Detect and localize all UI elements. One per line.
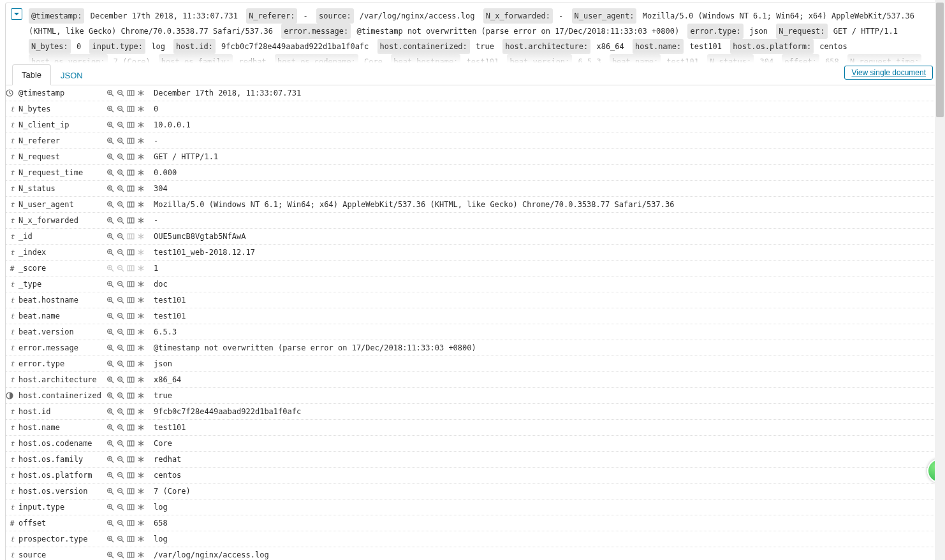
asterisk-icon[interactable] — [137, 233, 145, 240]
zoom-in-icon[interactable] — [106, 248, 114, 256]
zoom-out-icon[interactable] — [117, 376, 124, 384]
toggle-column-icon[interactable] — [127, 328, 135, 336]
asterisk-icon[interactable] — [137, 456, 145, 463]
asterisk-icon[interactable] — [137, 519, 145, 527]
zoom-out-icon[interactable] — [117, 408, 124, 415]
zoom-in-icon[interactable] — [106, 519, 114, 527]
asterisk-icon[interactable] — [137, 392, 145, 399]
toggle-column-icon[interactable] — [127, 471, 135, 479]
collapse-toggle[interactable] — [11, 8, 22, 20]
zoom-in-icon[interactable] — [106, 328, 114, 336]
zoom-in-icon[interactable] — [106, 440, 114, 447]
zoom-out-icon[interactable] — [117, 201, 124, 208]
toggle-column-icon[interactable] — [127, 201, 135, 208]
zoom-out-icon[interactable] — [117, 264, 124, 272]
zoom-in-icon[interactable] — [106, 233, 114, 240]
zoom-in-icon[interactable] — [106, 89, 114, 97]
zoom-in-icon[interactable] — [106, 312, 114, 320]
asterisk-icon[interactable] — [137, 201, 145, 208]
zoom-out-icon[interactable] — [117, 328, 124, 336]
zoom-in-icon[interactable] — [106, 137, 114, 145]
toggle-column-icon[interactable] — [127, 456, 135, 463]
toggle-column-icon[interactable] — [127, 503, 135, 511]
vertical-scrollbar[interactable] — [935, 0, 945, 560]
asterisk-icon[interactable] — [137, 376, 145, 384]
asterisk-icon[interactable] — [137, 296, 145, 304]
zoom-out-icon[interactable] — [117, 471, 124, 479]
asterisk-icon[interactable] — [137, 487, 145, 495]
zoom-in-icon[interactable] — [106, 201, 114, 208]
toggle-column-icon[interactable] — [127, 248, 135, 256]
toggle-column-icon[interactable] — [127, 185, 135, 192]
zoom-out-icon[interactable] — [117, 233, 124, 240]
asterisk-icon[interactable] — [137, 360, 145, 368]
zoom-in-icon[interactable] — [106, 471, 114, 479]
toggle-column-icon[interactable] — [127, 360, 135, 368]
zoom-out-icon[interactable] — [117, 105, 124, 113]
toggle-column-icon[interactable] — [127, 137, 135, 145]
asterisk-icon[interactable] — [137, 89, 145, 97]
asterisk-icon[interactable] — [137, 344, 145, 352]
zoom-out-icon[interactable] — [117, 392, 124, 399]
zoom-out-icon[interactable] — [117, 296, 124, 304]
asterisk-icon[interactable] — [137, 153, 145, 161]
asterisk-icon[interactable] — [137, 328, 145, 336]
zoom-out-icon[interactable] — [117, 169, 124, 176]
zoom-in-icon[interactable] — [106, 376, 114, 384]
asterisk-icon[interactable] — [137, 185, 145, 192]
asterisk-icon[interactable] — [137, 248, 145, 256]
toggle-column-icon[interactable] — [127, 105, 135, 113]
asterisk-icon[interactable] — [137, 105, 145, 113]
tab-table[interactable]: Table — [12, 64, 51, 85]
toggle-column-icon[interactable] — [127, 264, 135, 272]
toggle-column-icon[interactable] — [127, 408, 135, 415]
zoom-in-icon[interactable] — [106, 408, 114, 415]
zoom-out-icon[interactable] — [117, 153, 124, 161]
view-single-document-link[interactable]: View single document — [844, 66, 933, 80]
zoom-out-icon[interactable] — [117, 312, 124, 320]
zoom-out-icon[interactable] — [117, 137, 124, 145]
zoom-in-icon[interactable] — [106, 344, 114, 352]
zoom-in-icon[interactable] — [106, 503, 114, 511]
asterisk-icon[interactable] — [137, 217, 145, 224]
zoom-in-icon[interactable] — [106, 424, 114, 431]
zoom-out-icon[interactable] — [117, 424, 124, 431]
zoom-in-icon[interactable] — [106, 456, 114, 463]
asterisk-icon[interactable] — [137, 264, 145, 272]
asterisk-icon[interactable] — [137, 535, 145, 543]
toggle-column-icon[interactable] — [127, 280, 135, 288]
toggle-column-icon[interactable] — [127, 392, 135, 399]
toggle-column-icon[interactable] — [127, 535, 135, 543]
zoom-in-icon[interactable] — [106, 264, 114, 272]
zoom-in-icon[interactable] — [106, 169, 114, 176]
zoom-in-icon[interactable] — [106, 487, 114, 495]
zoom-out-icon[interactable] — [117, 217, 124, 224]
toggle-column-icon[interactable] — [127, 296, 135, 304]
asterisk-icon[interactable] — [137, 503, 145, 511]
toggle-column-icon[interactable] — [127, 169, 135, 176]
asterisk-icon[interactable] — [137, 551, 145, 559]
zoom-in-icon[interactable] — [106, 392, 114, 399]
toggle-column-icon[interactable] — [127, 312, 135, 320]
zoom-in-icon[interactable] — [106, 217, 114, 224]
zoom-in-icon[interactable] — [106, 551, 114, 559]
zoom-in-icon[interactable] — [106, 153, 114, 161]
asterisk-icon[interactable] — [137, 137, 145, 145]
toggle-column-icon[interactable] — [127, 121, 135, 129]
toggle-column-icon[interactable] — [127, 424, 135, 431]
zoom-out-icon[interactable] — [117, 248, 124, 256]
zoom-in-icon[interactable] — [106, 185, 114, 192]
asterisk-icon[interactable] — [137, 280, 145, 288]
zoom-out-icon[interactable] — [117, 440, 124, 447]
zoom-out-icon[interactable] — [117, 551, 124, 559]
zoom-out-icon[interactable] — [117, 519, 124, 527]
zoom-in-icon[interactable] — [106, 360, 114, 368]
zoom-in-icon[interactable] — [106, 296, 114, 304]
asterisk-icon[interactable] — [137, 424, 145, 431]
zoom-out-icon[interactable] — [117, 360, 124, 368]
zoom-in-icon[interactable] — [106, 121, 114, 129]
tab-json[interactable]: JSON — [51, 65, 92, 85]
zoom-out-icon[interactable] — [117, 121, 124, 129]
toggle-column-icon[interactable] — [127, 153, 135, 161]
zoom-out-icon[interactable] — [117, 456, 124, 463]
